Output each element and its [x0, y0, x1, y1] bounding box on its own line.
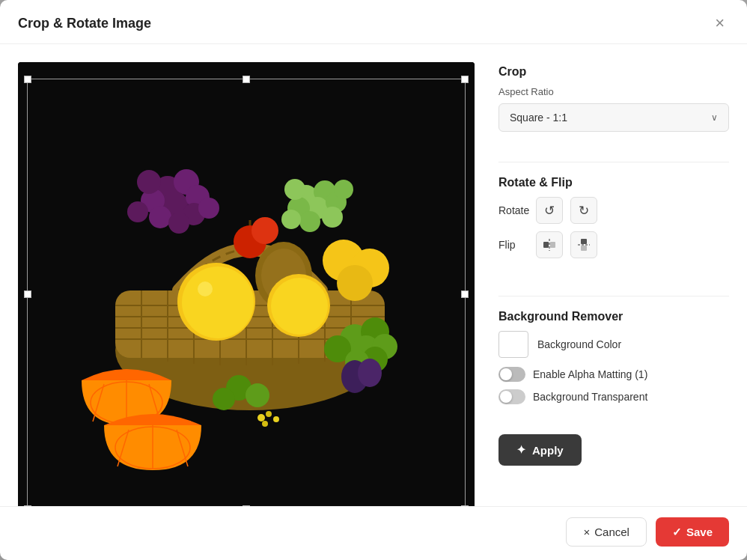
bg-color-row: Background Color [498, 331, 729, 358]
svg-point-43 [182, 267, 254, 338]
chevron-down-icon: ∨ [711, 112, 718, 123]
apply-icon: ✦ [516, 443, 526, 457]
svg-rect-74 [543, 242, 549, 248]
cancel-label: Cancel [594, 526, 629, 538]
rotate-flip-title: Rotate & Flip [498, 176, 729, 189]
aspect-ratio-value: Square - 1:1 [510, 112, 567, 124]
bg-transparent-toggle[interactable] [498, 389, 525, 404]
flip-horizontal-button[interactable] [536, 231, 563, 258]
fruit-image [18, 62, 475, 506]
svg-point-69 [273, 416, 279, 422]
svg-point-70 [262, 421, 268, 427]
flip-h-icon [543, 238, 556, 252]
svg-point-33 [149, 206, 171, 228]
svg-point-35 [198, 198, 219, 219]
flip-row: Flip [498, 231, 729, 258]
apply-label: Apply [532, 444, 564, 457]
alpha-matting-toggle-knob [500, 368, 512, 380]
bg-color-label: Background Color [537, 338, 621, 350]
rotate-cw-button[interactable]: ↻ [570, 197, 597, 224]
aspect-ratio-label: Aspect Ratio [498, 86, 729, 97]
image-canvas [18, 62, 475, 506]
svg-rect-75 [550, 242, 555, 248]
rotate-row: Rotate ↺ ↻ [498, 197, 729, 224]
svg-point-73 [213, 388, 235, 410]
divider-1 [498, 162, 729, 162]
image-canvas-area [18, 62, 475, 506]
bg-transparent-row: Background Transparent [498, 389, 729, 404]
dialog-footer: × Cancel ✓ Save [0, 506, 747, 560]
apply-btn-wrap: ✦ Apply [498, 434, 729, 466]
alpha-matting-label: Enable Alpha Matting (1) [533, 368, 647, 380]
close-button[interactable]: × [710, 13, 729, 33]
alpha-matting-row: Enable Alpha Matting (1) [498, 367, 729, 382]
divider-2 [498, 296, 729, 296]
rotate-flip-section: Rotate & Flip Rotate ↺ ↻ Flip [498, 176, 729, 266]
svg-point-23 [299, 211, 320, 232]
flip-v-icon [577, 238, 591, 252]
svg-point-24 [281, 210, 301, 229]
svg-point-58 [358, 359, 382, 387]
cancel-icon: × [583, 526, 590, 538]
svg-point-20 [284, 179, 305, 200]
bg-color-swatch[interactable] [498, 331, 528, 358]
apply-button[interactable]: ✦ Apply [498, 434, 582, 466]
bg-remover-title: Background Remover [498, 310, 729, 323]
right-panel: Crop Aspect Ratio Square - 1:1 ∨ Rotate … [498, 62, 729, 488]
bg-transparent-label: Background Transparent [533, 391, 647, 403]
rotate-label: Rotate [498, 204, 528, 216]
svg-point-67 [257, 414, 265, 421]
svg-point-72 [246, 383, 269, 407]
svg-rect-77 [581, 239, 587, 244]
svg-point-48 [251, 217, 278, 244]
dialog-title: Crop & Rotate Image [18, 16, 151, 31]
svg-point-25 [334, 180, 353, 199]
save-icon: ✓ [672, 526, 682, 539]
crop-section: Crop Aspect Ratio Square - 1:1 ∨ [498, 65, 729, 132]
save-label: Save [686, 526, 713, 538]
dialog-body: Crop Aspect Ratio Square - 1:1 ∨ Rotate … [0, 44, 747, 506]
svg-point-68 [266, 411, 272, 417]
svg-point-36 [168, 213, 189, 234]
svg-point-30 [137, 170, 161, 194]
svg-rect-78 [581, 246, 587, 251]
rotate-ccw-button[interactable]: ↺ [536, 197, 563, 224]
alpha-matting-toggle[interactable] [498, 367, 525, 382]
crop-section-title: Crop [498, 65, 729, 79]
svg-point-46 [271, 278, 328, 335]
svg-point-34 [127, 201, 148, 222]
aspect-ratio-dropdown[interactable]: Square - 1:1 ∨ [498, 103, 729, 132]
svg-point-39 [337, 265, 373, 301]
flip-vertical-button[interactable] [570, 231, 597, 258]
bg-transparent-toggle-knob [500, 391, 512, 403]
dialog-header: Crop & Rotate Image × [0, 0, 747, 44]
svg-point-44 [198, 281, 213, 296]
cancel-button[interactable]: × Cancel [566, 517, 646, 547]
flip-label: Flip [498, 239, 528, 251]
bg-remover-section: Background Remover Background Color Enab… [498, 310, 729, 412]
crop-rotate-dialog: Crop & Rotate Image × [0, 0, 747, 560]
svg-point-22 [322, 207, 343, 228]
save-button[interactable]: ✓ Save [656, 517, 729, 547]
